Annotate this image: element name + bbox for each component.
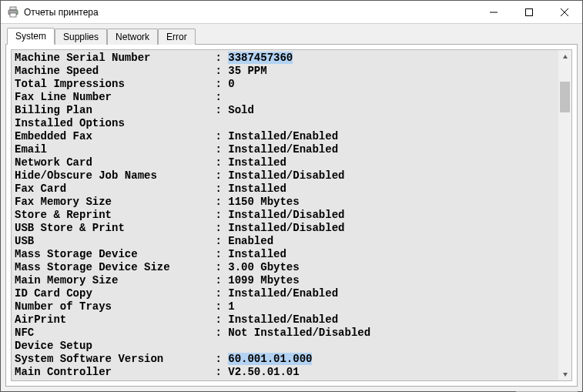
svg-rect-5: [526, 8, 533, 15]
svg-rect-2: [10, 13, 16, 17]
report-value: Installed/Enabled: [228, 143, 338, 156]
report-line: Machine Speed : 35 PPM: [15, 65, 555, 78]
report-line: Embedded Fax : Installed/Enabled: [15, 130, 555, 143]
minimize-button[interactable]: [476, 1, 511, 24]
report-value: Installed/Disabled: [228, 222, 344, 234]
report-value: 1: [228, 300, 234, 313]
printer-icon: [7, 6, 19, 18]
report-line: Email : Installed/Enabled: [15, 143, 555, 156]
report-value: 3.00 Gbytes: [228, 261, 299, 273]
report-line: NFC : Not Installed/Disabled: [15, 327, 555, 340]
report-value: 1099 Mbytes: [228, 274, 299, 286]
report-line: Network Card : Installed: [15, 156, 555, 169]
printer-reports-window: Отчеты принтера System Supplies Network …: [0, 0, 583, 392]
window-title: Отчеты принтера: [24, 7, 99, 18]
report-line: Installed Options: [15, 117, 555, 130]
vertical-scrollbar[interactable]: [558, 50, 571, 380]
svg-marker-9: [563, 373, 568, 377]
maximize-button[interactable]: [511, 1, 547, 24]
scroll-thumb[interactable]: [560, 82, 570, 112]
svg-marker-8: [563, 55, 568, 59]
report-value: 35 PPM: [228, 65, 266, 77]
report-line: Machine Serial Number : 3387457360: [15, 52, 555, 65]
tab-error[interactable]: Error: [158, 28, 196, 45]
report-line: Fax Memory Size : 1150 Mbytes: [15, 196, 555, 209]
report-line: Mass Storage Device Size : 3.00 Gbytes: [15, 261, 555, 274]
scroll-up-button[interactable]: [558, 50, 571, 63]
report-line: Main Memory Size : 1099 Mbytes: [15, 274, 555, 287]
report-value: Installed/Enabled: [228, 287, 338, 300]
report-value: Installed/Disabled: [228, 169, 344, 182]
tabpage-system: Machine Serial Number : 3387457360Machin…: [5, 44, 578, 387]
report-line: Total Impressions : 0: [15, 78, 555, 91]
tabstrip: System Supplies Network Error: [7, 27, 578, 44]
report-panel: Machine Serial Number : 3387457360Machin…: [11, 49, 572, 381]
report-value: Installed: [228, 156, 286, 169]
report-line: Store & Reprint : Installed/Disabled: [15, 209, 555, 222]
report-value: 1150 Mbytes: [228, 196, 299, 208]
scroll-track[interactable]: [558, 63, 571, 367]
report-value: Installed: [228, 248, 286, 260]
report-line: Billing Plan : Sold: [15, 104, 555, 117]
tab-system[interactable]: System: [7, 28, 55, 45]
report-line: Device Setup: [15, 340, 555, 353]
report-value: Sold: [228, 104, 254, 116]
report-value: 60.001.01.000: [228, 353, 312, 365]
report-value: 3387457360: [228, 52, 293, 64]
report-line: Fax Line Number :: [15, 91, 555, 104]
client-area: System Supplies Network Error Machine Se…: [1, 24, 582, 391]
report-line: Fax Card : Installed: [15, 183, 555, 196]
report-value: Installed/Enabled: [228, 313, 338, 326]
report-line: USB : Enabled: [15, 235, 555, 248]
report-value: V2.50.01.01: [228, 366, 299, 378]
report-line: ID Card Copy : Installed/Enabled: [15, 287, 555, 300]
scroll-down-button[interactable]: [558, 367, 571, 380]
close-button[interactable]: [547, 1, 582, 24]
titlebar: Отчеты принтера: [1, 1, 582, 24]
report-line: USB Store & Print : Installed/Disabled: [15, 222, 555, 235]
svg-rect-0: [10, 7, 16, 10]
report-line: Hide/Obscure Job Names : Installed/Disab…: [15, 169, 555, 183]
svg-point-3: [15, 11, 17, 12]
report-line: Number of Trays : 1: [15, 300, 555, 313]
tab-network[interactable]: Network: [107, 28, 158, 45]
report-value: Installed: [228, 183, 286, 195]
report-line: Main Controller : V2.50.01.01: [15, 366, 555, 379]
report-line: System Software Version : 60.001.01.000: [15, 353, 555, 366]
report-text[interactable]: Machine Serial Number : 3387457360Machin…: [12, 50, 558, 380]
report-value: Installed/Disabled: [228, 209, 344, 221]
report-value: Not Installed/Disabled: [228, 327, 370, 339]
report-value: 0: [228, 78, 234, 90]
tab-supplies[interactable]: Supplies: [55, 28, 107, 45]
report-value: Enabled: [228, 235, 273, 247]
report-line: AirPrint : Installed/Enabled: [15, 313, 555, 327]
report-line: Mass Storage Device : Installed: [15, 248, 555, 261]
report-value: Installed/Enabled: [228, 130, 338, 142]
